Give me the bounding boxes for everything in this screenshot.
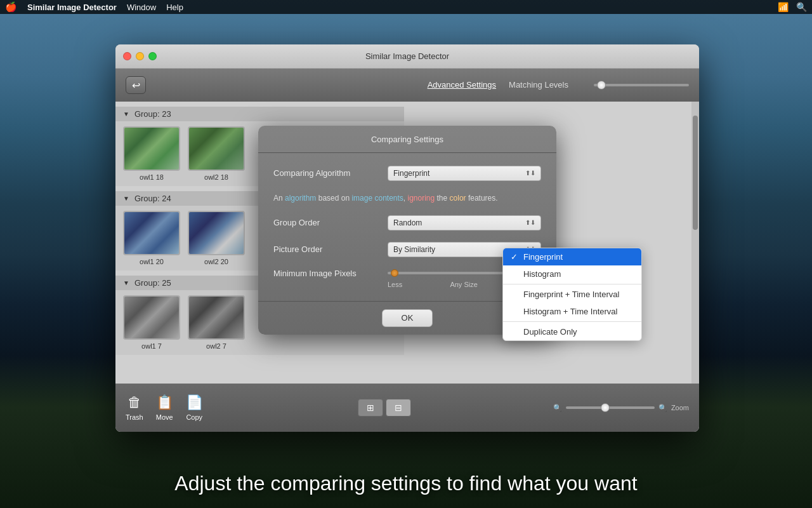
dropdown-item-duplicate[interactable]: Duplicate Only <box>503 323 641 340</box>
grid-view-button[interactable]: ⊞ <box>358 399 383 417</box>
caption-text: Adjust the comparing settings to find wh… <box>0 472 812 495</box>
image-thumb-owl2-20[interactable] <box>188 211 245 255</box>
scrollbar[interactable] <box>691 102 699 384</box>
algo-highlight-color: color <box>450 194 466 203</box>
dialog-header: Comparing Settings <box>258 126 556 153</box>
toolbar-slider-area <box>594 84 689 86</box>
image-label-owl1-20: owl1 20 <box>140 258 164 265</box>
toolbar-tabs: Advanced Settings Matching Levels <box>428 80 568 91</box>
algorithm-select-arrow: ⬆⬇ <box>525 170 535 177</box>
picture-order-row: Picture Order By Similarity ⬆⬇ <box>273 242 541 257</box>
dialog-title: Comparing Settings <box>371 135 443 144</box>
tab-matching-levels[interactable]: Matching Levels <box>509 80 568 91</box>
minimize-button[interactable] <box>136 52 144 60</box>
dropdown-label-histogram-time: Histogram + Time Interval <box>523 307 617 316</box>
algorithm-select[interactable]: Fingerprint ⬆⬇ <box>388 166 541 181</box>
trash-action[interactable]: 🗑 Trash <box>126 394 143 421</box>
min-pixels-label: Minimum Image Pixels <box>273 269 388 278</box>
group-23-triangle: ▼ <box>123 110 129 117</box>
dropdown-item-histogram[interactable]: Histogram <box>503 265 641 283</box>
image-label-owl1-18: owl1 18 <box>140 173 164 181</box>
algo-highlight-ignoring: ignoring <box>408 194 435 203</box>
menubar-app-name[interactable]: Similar Image Detector <box>27 3 117 12</box>
algo-highlight-algorithm: algorithm <box>285 194 316 203</box>
toolbar-slider-thumb <box>597 81 606 90</box>
wifi-icon: 📶 <box>778 2 789 12</box>
copy-label: Copy <box>186 413 202 421</box>
back-button[interactable]: ↩ <box>126 76 146 94</box>
image-thumb-owl1-18[interactable] <box>123 126 180 171</box>
image-thumb-owl1-7[interactable] <box>123 295 180 340</box>
check-icon: ✓ <box>511 252 520 262</box>
image-item: owl1 18 <box>123 126 180 181</box>
view-switcher: ⊞ ⊟ <box>358 399 411 417</box>
toolbar-slider[interactable] <box>594 84 689 86</box>
slider-thumb <box>391 269 398 277</box>
menubar-help[interactable]: Help <box>166 3 183 12</box>
window-controls <box>123 52 157 60</box>
ok-button[interactable]: OK <box>382 309 433 327</box>
app-window: Similar Image Detector ↩ Advanced Settin… <box>115 44 699 432</box>
algorithm-select-value: Fingerprint <box>393 169 429 178</box>
maximize-button[interactable] <box>148 52 157 60</box>
image-thumb-owl1-20[interactable] <box>123 211 180 255</box>
min-pixels-row: Minimum Image Pixels <box>273 269 541 278</box>
image-thumb-owl2-18[interactable] <box>188 126 245 171</box>
picture-order-label: Picture Order <box>273 244 388 254</box>
trash-icon: 🗑 <box>128 394 141 411</box>
zoom-area: 🔍 🔍 Zoom <box>553 404 689 412</box>
dropdown-label-fingerprint-time: Fingerprint + Time Interval <box>523 290 619 299</box>
group-25-triangle: ▼ <box>123 279 129 286</box>
slider-label-less: Less <box>388 281 402 288</box>
dropdown-label-histogram: Histogram <box>523 269 561 279</box>
image-label-owl2-7: owl2 7 <box>206 342 226 350</box>
close-button[interactable] <box>123 52 131 60</box>
algo-highlight-contents: contents <box>374 194 403 203</box>
zoom-slider[interactable] <box>566 406 655 409</box>
algorithm-row: Comparing Algorithm Fingerprint ⬆⬇ <box>273 166 541 181</box>
image-label-owl2-18: owl2 18 <box>204 173 228 181</box>
group-order-row: Group Order Random ⬆⬇ <box>273 215 541 231</box>
dropdown-item-fingerprint[interactable]: ✓ Fingerprint <box>503 248 641 265</box>
tab-advanced-settings[interactable]: Advanced Settings <box>428 80 496 91</box>
menubar-window[interactable]: Window <box>127 3 156 12</box>
group-24-triangle: ▼ <box>123 195 129 202</box>
image-item: owl2 18 <box>188 126 245 181</box>
algorithm-description: An algorithm based on image contents, ig… <box>273 192 541 204</box>
group-order-value: Random <box>393 218 422 227</box>
scrollbar-thumb[interactable] <box>693 116 698 230</box>
group-24-label: Group: 24 <box>134 194 171 203</box>
picture-order-value: By Similarity <box>393 245 435 254</box>
bottom-toolbar: 🗑 Trash 📋 Move 📄 Copy ⊞ ⊟ 🔍 🔍 Zoom <box>115 384 699 432</box>
group-23-header[interactable]: ▼ Group: 23 <box>115 107 404 121</box>
group-order-select[interactable]: Random ⬆⬇ <box>388 215 541 231</box>
image-thumb-owl2-7[interactable] <box>188 295 245 340</box>
group-order-label: Group Order <box>273 218 388 227</box>
trash-label: Trash <box>126 413 143 421</box>
dropdown-label-fingerprint: Fingerprint <box>523 252 563 262</box>
group-order-arrow: ⬆⬇ <box>525 219 535 226</box>
split-view-button[interactable]: ⊟ <box>386 399 411 417</box>
slider-label-any: Any Size <box>450 281 477 288</box>
main-content: ▼ Group: 23 owl1 18 owl2 18 <box>115 102 699 384</box>
algo-highlight-image: image <box>351 194 372 203</box>
copy-icon: 📄 <box>186 394 203 411</box>
image-item: owl1 20 <box>123 211 180 265</box>
move-label: Move <box>156 413 173 421</box>
dropdown-item-histogram-time[interactable]: Histogram + Time Interval <box>503 303 641 320</box>
algorithm-dropdown: ✓ Fingerprint Histogram Fingerprint + Ti… <box>502 248 642 341</box>
copy-action[interactable]: 📄 Copy <box>186 394 203 421</box>
spotlight-icon[interactable]: 🔍 <box>796 2 807 12</box>
zoom-slider-thumb <box>601 403 610 412</box>
toolbar: ↩ Advanced Settings Matching Levels <box>115 69 699 102</box>
zoom-max-icon: 🔍 <box>658 404 667 412</box>
apple-menu[interactable]: 🍎 <box>5 1 17 13</box>
move-action[interactable]: 📋 Move <box>156 394 173 421</box>
dropdown-item-fingerprint-time[interactable]: Fingerprint + Time Interval <box>503 286 641 303</box>
titlebar: Similar Image Detector <box>115 44 699 69</box>
image-item: owl1 7 <box>123 295 180 350</box>
group-23-label: Group: 23 <box>134 109 171 119</box>
dropdown-label-duplicate: Duplicate Only <box>523 327 577 337</box>
image-item: owl2 20 <box>188 211 245 265</box>
group-25-label: Group: 25 <box>134 278 171 288</box>
